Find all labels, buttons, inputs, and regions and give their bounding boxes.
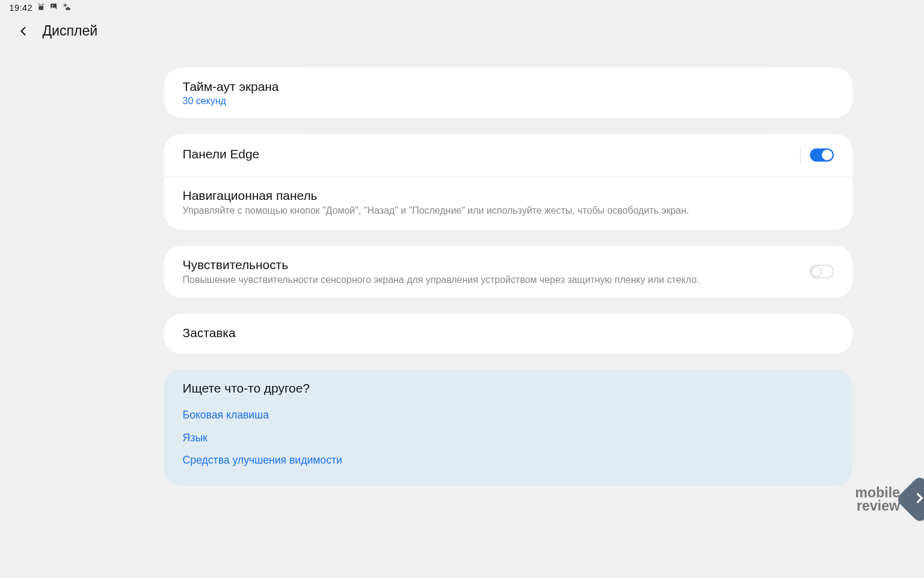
divider: [800, 146, 801, 164]
watermark-line1: mobile: [855, 486, 900, 499]
toggle-edge-panels[interactable]: [810, 148, 834, 161]
item-subtitle: Управляйте с помощью кнопок "Домой", "На…: [183, 205, 834, 218]
page-title: Дисплей: [42, 23, 97, 39]
item-touch-sensitivity[interactable]: Чувствительность Повышение чувствительно…: [164, 246, 852, 299]
weather-icon: [62, 2, 70, 13]
item-subtitle: Повышение чувствительности сенсорного эк…: [183, 273, 810, 287]
link-visibility-enhancements[interactable]: Средства улучшения видимости: [183, 449, 834, 471]
item-navigation-bar[interactable]: Навигационная панель Управляйте с помощь…: [164, 176, 852, 230]
item-title: Чувствительность: [183, 257, 810, 272]
group-screen-timeout: Тайм-аут экрана 30 секунд: [164, 67, 852, 118]
chevron-right-icon: [912, 490, 924, 506]
item-title: Ищете что-то другое?: [183, 382, 834, 396]
clock: 19:42: [9, 2, 32, 13]
item-looking-for: Ищете что-то другое?: [164, 370, 852, 402]
watermark-line2: review: [855, 499, 900, 512]
chevron-left-icon: [16, 24, 30, 39]
watermark: mobile review: [855, 482, 924, 517]
item-title: Тайм-аут экрана: [183, 79, 834, 94]
group-edge-nav: Панели Edge Навигационная панель Управля…: [164, 134, 852, 229]
svg-point-2: [64, 4, 66, 6]
gallery-icon: [50, 2, 58, 13]
item-value: 30 секунд: [183, 95, 834, 106]
link-language[interactable]: Язык: [183, 427, 834, 449]
item-title: Панели Edge: [183, 147, 800, 161]
item-title: Навигационная панель: [183, 189, 834, 204]
store-icon: [37, 2, 45, 13]
app-header: Дисплей: [0, 14, 924, 48]
back-button[interactable]: [13, 21, 33, 41]
related-links: Боковая клавиша Язык Средства улучшения …: [164, 402, 852, 486]
link-side-key[interactable]: Боковая клавиша: [183, 404, 834, 426]
watermark-badge: [896, 475, 924, 524]
item-screensaver[interactable]: Заставка: [164, 314, 852, 354]
item-title: Заставка: [183, 326, 834, 340]
settings-content: Тайм-аут экрана 30 секунд Панели Edge На…: [0, 48, 924, 578]
group-screensaver: Заставка: [164, 314, 852, 354]
item-edge-panels[interactable]: Панели Edge: [164, 134, 852, 176]
svg-point-1: [52, 5, 53, 6]
status-bar: 19:42 2%: [0, 0, 924, 14]
group-related-settings: Ищете что-то другое? Боковая клавиша Язы…: [164, 370, 852, 486]
item-screen-timeout[interactable]: Тайм-аут экрана 30 секунд: [164, 67, 852, 118]
group-touch-sensitivity: Чувствительность Повышение чувствительно…: [164, 246, 852, 299]
toggle-touch-sensitivity[interactable]: [810, 265, 834, 278]
